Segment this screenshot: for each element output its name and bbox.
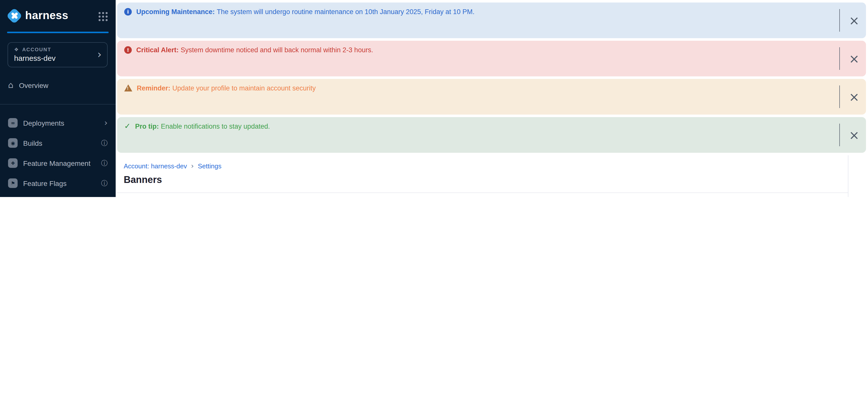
close-icon[interactable]: × [849,52,860,65]
account-label: ACCOUNT [22,47,51,52]
sidebar-item-feature-management[interactable]: ❖Feature Managementⓘ [0,153,116,173]
logo-row: harness [0,0,116,32]
close-icon[interactable]: × [849,14,860,27]
sidebar-item-overview[interactable]: ⌂ Overview [0,75,116,96]
sidebar-item-label: Overview [19,81,49,90]
app-window: harness ❖ACCOUNT harness-dev › ⌂ Overvie… [0,0,868,197]
divider [839,9,840,32]
warning-triangle-icon [124,85,132,92]
chevron-right-icon: › [104,119,107,127]
banner-text: Pro tip:Enable notifications to stay upd… [135,122,270,131]
chevron-right-icon: › [191,162,194,170]
breadcrumb-account-link[interactable]: Account: harness-dev [124,162,187,170]
harness-logo-icon[interactable] [8,9,21,22]
banner-success: ✓ Pro tip:Enable notifications to stay u… [117,117,866,153]
sidebar-item-builds[interactable]: ◉Buildsⓘ [0,133,116,153]
info-circle-icon: i [124,8,132,15]
banner-warning: Reminder:Update your profile to maintain… [117,79,866,114]
sidebar-item-feature-flags[interactable]: ⚑Feature Flagsⓘ [0,173,116,193]
banner-informational: i Upcoming Maintenance:The system will u… [117,2,866,38]
banner-label: Pro tip: [135,123,159,130]
sidebar-item-cloud-costs[interactable]: ☁Cloud Costs› [0,193,116,197]
info-icon: ⓘ [101,160,107,166]
divider [839,86,840,108]
banner-text: Upcoming Maintenance:The system will und… [136,7,474,16]
accent-underline [7,32,108,33]
banner-text: Critical Alert:System downtime noticed a… [136,46,373,54]
divider [0,104,116,104]
logo-text[interactable]: harness [25,9,99,22]
chevron-right-icon: › [97,50,101,60]
sidebar: harness ❖ACCOUNT harness-dev › ⌂ Overvie… [0,0,116,197]
checkmark-icon: ✓ [124,123,130,130]
deployments-icon: ∞ [8,118,18,128]
banner-text: Reminder:Update your profile to maintain… [137,84,316,93]
feature-flags-icon: ⚑ [8,178,18,188]
divider [839,124,840,146]
account-name: harness-dev [14,54,102,62]
banner-message: The system will undergo routine maintena… [217,8,474,15]
account-selector[interactable]: ❖ACCOUNT harness-dev › [7,42,107,67]
info-icon: ⓘ [101,140,107,146]
app-grid-icon[interactable] [99,12,100,14]
close-icon[interactable]: × [849,91,860,103]
builds-icon: ◉ [8,138,18,148]
breadcrumb: Account: harness-dev › Settings [117,155,848,170]
banner-label: Critical Alert: [136,46,179,54]
banner-message: Update your profile to maintain account … [173,85,316,92]
content-panel: Account: harness-dev › Settings Banners … [117,155,848,197]
alert-circle-icon: ! [124,46,132,54]
banner-message: Enable notifications to stay updated. [161,123,270,130]
layers-icon: ❖ [14,47,19,52]
home-icon: ⌂ [8,81,13,90]
page-title: Banners [117,170,848,193]
banner-critical: ! Critical Alert:System downtime noticed… [117,41,866,76]
banner-stack: i Upcoming Maintenance:The system will u… [116,0,868,155]
main-pane: i Upcoming Maintenance:The system will u… [116,0,868,197]
banner-label: Reminder: [137,85,170,92]
breadcrumb-settings-link[interactable]: Settings [198,162,221,170]
toolbar: +New Banner [117,193,848,197]
divider [839,47,840,70]
feature-management-icon: ❖ [8,158,18,168]
close-icon[interactable]: × [849,129,860,141]
banner-label: Upcoming Maintenance: [136,8,215,15]
sidebar-item-deployments[interactable]: ∞Deployments› [0,113,116,133]
banner-message: System downtime noticed and will back no… [181,46,373,54]
info-icon: ⓘ [101,180,107,187]
